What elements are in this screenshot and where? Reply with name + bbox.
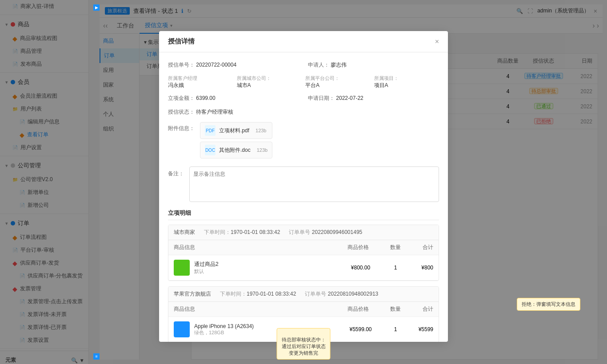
modal-close-button[interactable]: × <box>435 38 439 46</box>
product-header-1: 商品信息 商品价格 数量 合计 <box>168 240 439 255</box>
canvas-area: ▶ ≡ 旅票框选 查看详情 - 状态 1 ℹ ↻ 🔍 ⛶ admin（系统管理品… <box>89 0 607 364</box>
attachment-1[interactable]: PDF 立项材料.pdf 123b <box>200 122 272 139</box>
col-product-total: 合计 <box>407 244 433 251</box>
manager-value: 冯永娥 <box>168 82 233 89</box>
product-1-name: 通过商品2 <box>194 261 337 268</box>
amount-label: 立项金额： <box>168 95 195 101</box>
product-header-2: 商品信息 商品价格 数量 合计 <box>168 302 439 317</box>
product-2-img <box>174 321 190 337</box>
merchant-1-order-label: 订单单号 20220809946001495 <box>289 229 362 236</box>
form-row-1: 授信单号： 20220722-00004 申请人： 廖志伟 <box>168 61 439 69</box>
product-1-img <box>174 260 190 276</box>
product-2-total: ¥5599 <box>407 326 433 332</box>
attachment-2[interactable]: DOC 其他附件.doc 123b <box>200 142 272 158</box>
bottom-callout-text: 待总部审核状态中： 通过后对应订单状态 变更为销售完 <box>282 337 326 356</box>
credit-no-label: 授信单号： <box>168 62 195 68</box>
field-manager: 所属客户经理 冯永娥 <box>168 75 233 89</box>
apply-date-label: 申请日期： <box>308 95 335 101</box>
product-1-info: 通过商品2 默认 <box>194 261 337 275</box>
attachment-1-size: 123b <box>256 128 266 133</box>
applicant-label: 申请人： <box>308 62 329 68</box>
form-row-attachments: 附件信息： PDF 立项材料.pdf 123b DOC 其他附件.doc <box>168 122 439 161</box>
merchant-2-order-label: 订单单号 20220810948002913 <box>305 290 378 298</box>
field-credit-no: 授信单号： 20220722-00004 <box>168 61 299 69</box>
bottom-callout: 待总部审核状态中： 通过后对应订单状态 变更为销售完 <box>277 328 331 360</box>
form-row-status: 授信状态： 待客户经理审核 <box>168 108 439 116</box>
amount-value: 6399.00 <box>196 95 215 101</box>
remarks-label: 备注： <box>168 166 184 178</box>
field-date: 申请日期： 2022-07-22 <box>308 95 439 102</box>
platform-company-label: 所属平台公司： <box>305 75 371 82</box>
attachment-label: 附件信息： <box>168 122 195 132</box>
corner-indicator-bl: ≡ <box>93 353 100 360</box>
col-product-total2: 合计 <box>407 305 433 313</box>
field-platform-company: 所属平台公司： 平台A <box>305 75 371 89</box>
modal-overlay: 授信详情 × 授信单号： 20220722-00004 申请人： <box>89 0 607 364</box>
field-city-company: 所属城市公司： 城市A <box>237 75 302 89</box>
main-content: ▶ ≡ 旅票框选 查看详情 - 状态 1 ℹ ↻ 🔍 ⛶ admin（系统管理品… <box>89 0 607 364</box>
product-1-total: ¥800 <box>407 265 433 271</box>
modal-title: 授信详情 <box>168 37 195 46</box>
product-2-qty: 1 <box>384 326 407 332</box>
callout-reject: 拒绝：弹窗填写文本信息 <box>517 298 580 311</box>
project-label: 所属项目： <box>374 75 439 82</box>
merchant-1-time-label: 下单时间：1970-01-01 08:33:42 <box>204 229 280 236</box>
attachment-1-name: 立项材料.pdf <box>219 127 249 135</box>
product-1-desc: 默认 <box>194 268 337 275</box>
detail-section-title: 立项明细 <box>168 209 439 220</box>
modal-header: 授信详情 × <box>159 31 448 52</box>
product-2-price: ¥5599.00 <box>337 326 384 332</box>
field-applicant: 申请人： 廖志伟 <box>308 61 439 69</box>
status-label: 授信状态： <box>168 109 195 115</box>
form-row-2: 所属客户经理 冯永娥 所属城市公司： 城市A 所属平台公司： 平台A <box>168 75 439 89</box>
remarks-input[interactable] <box>189 166 439 202</box>
attachment-2-size: 123b <box>257 147 268 153</box>
credit-detail-modal: 授信详情 × 授信单号： 20220722-00004 申请人： <box>159 31 448 342</box>
merchant-header-2: 苹果官方旗舰店 下单时间：1970-01-01 08:33:42 订单单号 20… <box>168 287 439 302</box>
attachment-2-name: 其他附件.doc <box>219 146 251 154</box>
attachments-list: PDF 立项材料.pdf 123b DOC 其他附件.doc 123b <box>200 122 272 161</box>
col-product-info2: 商品信息 <box>174 305 332 313</box>
field-amount: 立项金额： 6399.00 <box>168 95 299 102</box>
product-1-qty: 1 <box>384 265 407 271</box>
doc-icon: DOC <box>205 145 216 155</box>
manager-label: 所属客户经理 <box>168 75 233 82</box>
col-product-qty: 数量 <box>384 244 407 251</box>
product-1-price: ¥800.00 <box>337 265 384 271</box>
modal-body: 授信单号： 20220722-00004 申请人： 廖志伟 所属客户经理 <box>159 52 448 342</box>
field-status: 授信状态： 待客户经理审核 <box>168 108 439 116</box>
col-product-price2: 商品价格 <box>332 305 385 313</box>
project-value: 项目A <box>374 82 439 89</box>
merchant-2-name: 苹果官方旗舰店 <box>174 290 211 298</box>
form-row-remarks: 备注： <box>168 166 439 202</box>
product-row-1: 通过商品2 默认 ¥800.00 1 ¥800 <box>168 255 439 281</box>
apply-date-value: 2022-07-22 <box>336 95 363 101</box>
field-project: 所属项目： 项目A <box>374 75 439 89</box>
col-product-qty2: 数量 <box>384 305 407 313</box>
corner-indicator-tl: ▶ <box>93 4 100 11</box>
col-product-price: 商品价格 <box>332 244 385 251</box>
col-product-info: 商品信息 <box>174 244 332 251</box>
status-value: 待客户经理审核 <box>196 109 233 115</box>
merchant-2-time-label: 下单时间：1970-01-01 08:33:42 <box>220 290 296 298</box>
merchant-1-name: 城市商家 <box>174 229 195 236</box>
platform-company-value: 平台A <box>305 82 371 89</box>
city-company-value: 城市A <box>237 82 302 89</box>
merchant-section-1: 城市商家 下单时间：1970-01-01 08:33:42 订单单号 20220… <box>168 225 439 281</box>
merchant-header-1: 城市商家 下单时间：1970-01-01 08:33:42 订单单号 20220… <box>168 225 439 240</box>
city-company-label: 所属城市公司： <box>237 75 302 82</box>
applicant-value: 廖志伟 <box>331 62 347 68</box>
credit-no-value: 20220722-00004 <box>196 62 236 68</box>
pdf-icon: PDF <box>205 125 216 136</box>
callout-reject-text: 拒绝：弹窗填写文本信息 <box>522 301 575 307</box>
form-row-3: 立项金额： 6399.00 申请日期： 2022-07-22 <box>168 95 439 102</box>
